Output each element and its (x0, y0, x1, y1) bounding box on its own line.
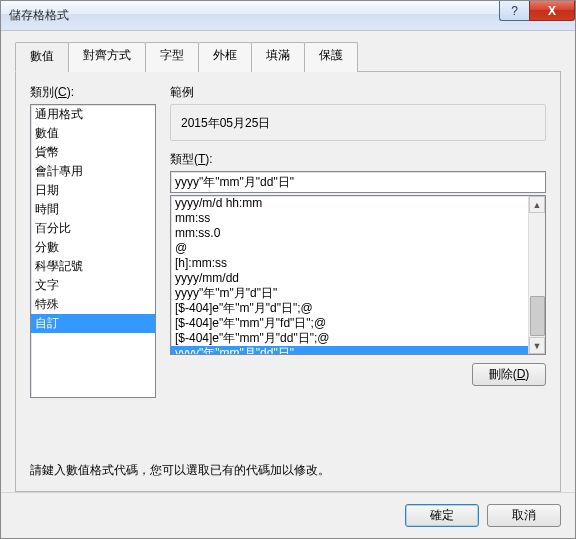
format-item[interactable]: mm:ss.0 (171, 226, 545, 241)
tab-外框[interactable]: 外框 (198, 42, 252, 72)
format-item[interactable]: yyyy/m/d hh:mm (171, 196, 545, 211)
hint-text: 請鍵入數值格式代碼，您可以選取已有的代碼加以修改。 (30, 462, 546, 479)
delete-button[interactable]: 刪除(D) (472, 363, 546, 386)
type-label: 類型(T): (170, 151, 546, 168)
tab-保護[interactable]: 保護 (304, 42, 358, 72)
scrollbar[interactable]: ▲ ▼ (528, 196, 545, 354)
format-item[interactable]: yyyy"年"mm"月"dd"日" (171, 346, 545, 355)
tab-字型[interactable]: 字型 (145, 42, 199, 72)
category-item[interactable]: 會計專用 (31, 162, 155, 181)
category-item[interactable]: 通用格式 (31, 105, 155, 124)
category-column: 類別(C): 通用格式數值貨幣會計專用日期時間百分比分數科學記號文字特殊自訂 (30, 84, 156, 452)
ok-button[interactable]: 確定 (405, 504, 479, 527)
type-input[interactable] (170, 171, 546, 193)
window-buttons: ? X (499, 1, 575, 21)
format-item[interactable]: yyyy"年"m"月"d"日" (171, 286, 545, 301)
format-item[interactable]: [$-404]e"年"m"月"d"日";@ (171, 301, 545, 316)
dialog-content: 數值對齊方式字型外框填滿保護 類別(C): 通用格式數值貨幣會計專用日期時間百分… (1, 31, 575, 492)
category-item[interactable]: 自訂 (31, 314, 155, 333)
tab-對齊方式[interactable]: 對齊方式 (68, 42, 146, 72)
right-column: 範例 2015年05月25日 類型(T): yyyy/m/d hh:mmmm:s… (170, 84, 546, 452)
cancel-button[interactable]: 取消 (487, 504, 561, 527)
sample-group-label: 範例 (170, 84, 546, 101)
close-button[interactable]: X (529, 1, 575, 21)
sample-value: 2015年05月25日 (181, 115, 535, 132)
format-item[interactable]: yyyy/mm/dd (171, 271, 545, 286)
category-item[interactable]: 時間 (31, 200, 155, 219)
format-listbox[interactable]: yyyy/m/d hh:mmmm:ssmm:ss.0@[h]:mm:ssyyyy… (170, 195, 546, 355)
dialog-footer: 確定 取消 (1, 492, 575, 538)
scroll-up-button[interactable]: ▲ (529, 196, 545, 213)
category-listbox[interactable]: 通用格式數值貨幣會計專用日期時間百分比分數科學記號文字特殊自訂 (30, 104, 156, 398)
category-item[interactable]: 數值 (31, 124, 155, 143)
category-item[interactable]: 分數 (31, 238, 155, 257)
category-item[interactable]: 日期 (31, 181, 155, 200)
category-item[interactable]: 文字 (31, 276, 155, 295)
tab-數值[interactable]: 數值 (15, 42, 69, 72)
format-item[interactable]: [$-404]e"年"mm"月"fd"日";@ (171, 316, 545, 331)
panel-upper: 類別(C): 通用格式數值貨幣會計專用日期時間百分比分數科學記號文字特殊自訂 範… (30, 84, 546, 452)
scroll-thumb[interactable] (530, 296, 545, 336)
format-list-wrap: yyyy/m/d hh:mmmm:ssmm:ss.0@[h]:mm:ssyyyy… (170, 195, 546, 355)
format-item[interactable]: [h]:mm:ss (171, 256, 545, 271)
titlebar[interactable]: 儲存格格式 ? X (1, 1, 575, 31)
category-item[interactable]: 科學記號 (31, 257, 155, 276)
tab-strip: 數值對齊方式字型外框填滿保護 (15, 41, 561, 72)
format-item[interactable]: [$-404]e"年"mm"月"dd"日";@ (171, 331, 545, 346)
category-item[interactable]: 貨幣 (31, 143, 155, 162)
scroll-down-button[interactable]: ▼ (529, 337, 545, 354)
format-item[interactable]: mm:ss (171, 211, 545, 226)
number-panel: 類別(C): 通用格式數值貨幣會計專用日期時間百分比分數科學記號文字特殊自訂 範… (15, 72, 561, 492)
category-label: 類別(C): (30, 84, 156, 101)
window-title: 儲存格格式 (9, 7, 69, 24)
format-item[interactable]: @ (171, 241, 545, 256)
category-item[interactable]: 特殊 (31, 295, 155, 314)
category-item[interactable]: 百分比 (31, 219, 155, 238)
help-button[interactable]: ? (499, 1, 529, 21)
tab-填滿[interactable]: 填滿 (251, 42, 305, 72)
sample-box: 2015年05月25日 (170, 104, 546, 141)
format-cells-dialog: 儲存格格式 ? X 數值對齊方式字型外框填滿保護 類別(C): 通用格式數值貨幣… (0, 0, 576, 539)
delete-row: 刪除(D) (170, 363, 546, 386)
